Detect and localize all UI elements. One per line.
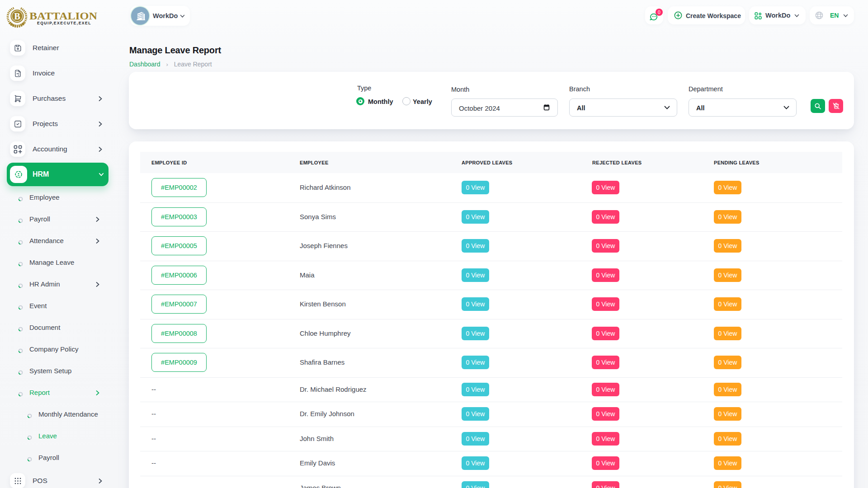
svg-text:EQUIP,EXECUTE,EXEL: EQUIP,EXECUTE,EXEL (37, 20, 91, 25)
svg-text:B: B (14, 11, 20, 21)
